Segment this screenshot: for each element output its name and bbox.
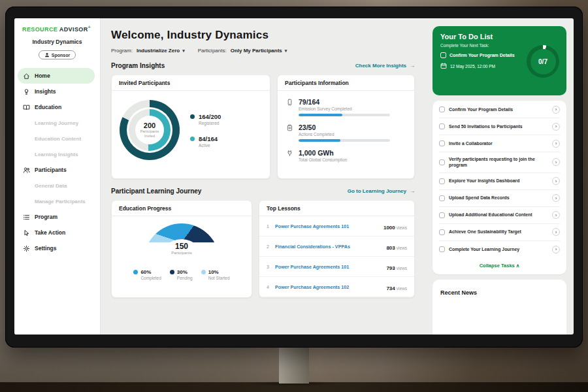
go-to-learning-journey-link[interactable]: Go to Learning Journey →	[348, 188, 415, 194]
legend-label: Pending	[177, 276, 193, 280]
sidebar-item-learning-journey[interactable]: Learning Journey	[14, 115, 100, 131]
legend-label: Active	[199, 143, 218, 148]
sponsor-badge[interactable]: Sponsor	[39, 50, 76, 59]
task-row[interactable]: Upload Spend Data Records ›	[439, 190, 560, 207]
lesson-rank: 1	[267, 224, 270, 229]
sidebar-item-general-data[interactable]: General Data	[14, 178, 100, 193]
sidebar-item-learning-insights[interactable]: Learning Insights	[14, 146, 100, 162]
legend-value: 164/200	[199, 113, 221, 120]
task-label: Upload Spend Data Records	[449, 195, 548, 201]
list-icon	[23, 214, 30, 221]
task-row[interactable]: Complete Your Learning Journey ›	[439, 241, 560, 258]
task-checkbox[interactable]	[439, 140, 445, 146]
task-checkbox[interactable]	[439, 246, 445, 252]
task-checkbox[interactable]	[439, 229, 445, 235]
page-title: Welcome, Industry Dynamics	[111, 29, 415, 42]
task-row[interactable]: Upload Additional Educational Content ›	[439, 207, 560, 224]
sidebar-item-insights[interactable]: Insights	[14, 84, 100, 99]
legend-label: Not Started	[208, 276, 230, 280]
chevron-right-icon[interactable]: ›	[552, 106, 560, 114]
chevron-right-icon[interactable]: ›	[552, 194, 560, 202]
right-panel: Your To Do List Complete Your Next Task:…	[425, 18, 574, 335]
task-checkbox[interactable]	[439, 178, 445, 184]
sidebar-item-label: Take Action	[35, 229, 65, 236]
chevron-down-icon: ▾	[182, 48, 185, 54]
task-label: Confirm Your Program Details	[449, 106, 548, 112]
lesson-link[interactable]: Power Purchase Agreements 102	[275, 284, 382, 290]
legend-dot	[190, 137, 195, 141]
lesson-link[interactable]: Financial Considerations - VPPAs	[275, 244, 382, 250]
chevron-right-icon[interactable]: ›	[552, 177, 560, 185]
sidebar-item-take-action[interactable]: Take Action	[14, 225, 100, 240]
chevron-right-icon[interactable]: ›	[552, 123, 560, 131]
sidebar-item-education[interactable]: Education	[14, 99, 100, 115]
check-more-insights-link[interactable]: Check More Insights →	[355, 63, 415, 69]
todo-next-task[interactable]: Confirm Your Program Details	[440, 52, 538, 58]
participants-select[interactable]: Only My Participants ▾	[231, 48, 287, 54]
task-checkbox[interactable]	[439, 195, 445, 201]
recent-news-card: Recent News	[433, 280, 566, 335]
task-row[interactable]: Achieve One Sustainability Target ›	[439, 224, 560, 241]
task-checkbox[interactable]	[439, 123, 445, 129]
info-value: 79/164	[299, 98, 390, 106]
sidebar-item-manage-participants[interactable]: Manage Participants	[14, 193, 100, 209]
sidebar-nav: Home Insights Education Learning Journey	[14, 68, 100, 256]
lesson-link[interactable]: Power Purchase Agreements 101	[275, 264, 382, 270]
collapse-tasks-link[interactable]: Collapse Tasks ∧	[439, 258, 560, 272]
donut-center: 200 Participants Invited	[135, 116, 164, 144]
task-row[interactable]: Verify participants requesting to join t…	[439, 152, 560, 173]
task-row[interactable]: Invite a Collaborator ›	[439, 135, 560, 152]
program-select[interactable]: Industrialize Zero ▾	[137, 48, 185, 54]
education-progress-card: Education Progress 150 Participants	[111, 200, 252, 298]
sidebar-subitem-label: Learning Insights	[35, 152, 78, 157]
sidebar-item-home[interactable]: Home	[18, 68, 95, 84]
info-row-actions: 23/50 Actions Completed	[286, 123, 406, 142]
people-icon	[23, 167, 30, 174]
lesson-link[interactable]: Power Purchase Agreements 101	[275, 223, 379, 229]
task-checkbox[interactable]	[439, 212, 445, 218]
legend-label: Registered	[199, 121, 221, 125]
lesson-views: 793	[386, 265, 395, 271]
chevron-right-icon[interactable]: ›	[552, 140, 560, 148]
sidebar-item-participants[interactable]: Participants	[14, 162, 100, 178]
lesson-views: 734	[386, 286, 395, 291]
sidebar-item-settings[interactable]: Settings	[14, 240, 100, 256]
card-title: Invited Participants	[112, 75, 270, 91]
chevron-right-icon[interactable]: ›	[552, 158, 560, 166]
legend-value: 30%	[177, 269, 188, 275]
gauge-center-label: Participants	[144, 251, 220, 255]
sidebar-subitem-label: Manage Participants	[35, 199, 86, 204]
sidebar-item-program[interactable]: Program	[14, 209, 100, 225]
progress-bar	[299, 114, 390, 116]
task-row[interactable]: Explore Your Insights Dashboard ›	[439, 173, 560, 190]
legend-label: Completed	[140, 276, 161, 280]
link-label: Check More Insights	[355, 63, 406, 69]
chevron-right-icon[interactable]: ›	[552, 228, 560, 236]
legend-item-active: 84/164 Active	[190, 135, 221, 148]
task-checkbox[interactable]	[439, 159, 445, 165]
gauge-center-value: 150	[144, 242, 220, 251]
survey-icon	[286, 99, 293, 116]
todo-progress-ring: 0/7	[527, 45, 559, 78]
info-value: 1,000 GWh	[299, 149, 347, 157]
chevron-right-icon[interactable]: ›	[552, 246, 560, 253]
chevron-down-icon: ▾	[285, 48, 287, 54]
todo-next-checkbox[interactable]	[440, 52, 446, 58]
task-checkbox[interactable]	[439, 106, 445, 112]
chevron-right-icon[interactable]: ›	[552, 211, 560, 219]
todo-progress-value: 0/7	[531, 49, 556, 74]
clipboard-icon	[286, 124, 293, 142]
progress-fill	[299, 139, 340, 142]
info-label: Emission Survey Completed	[299, 106, 390, 111]
task-row[interactable]: Confirm Your Program Details ›	[439, 101, 560, 118]
legend-item-not-started: 10% Not Started	[201, 269, 230, 280]
org-name: Industry Dynamics	[14, 39, 100, 45]
lesson-views: 803	[386, 245, 395, 251]
legend-value: 60%	[140, 269, 151, 275]
participants-select-value: Only My Participants	[231, 48, 282, 54]
todo-card: Your To Do List Complete Your Next Task:…	[433, 26, 566, 95]
task-row[interactable]: Send 50 Invitations to Participants ›	[439, 118, 560, 135]
collapse-label: Collapse Tasks	[480, 263, 515, 269]
sidebar-item-education-content[interactable]: Education Content	[14, 131, 100, 146]
filters-bar: Program: Industrialize Zero ▾ Participan…	[111, 48, 415, 54]
